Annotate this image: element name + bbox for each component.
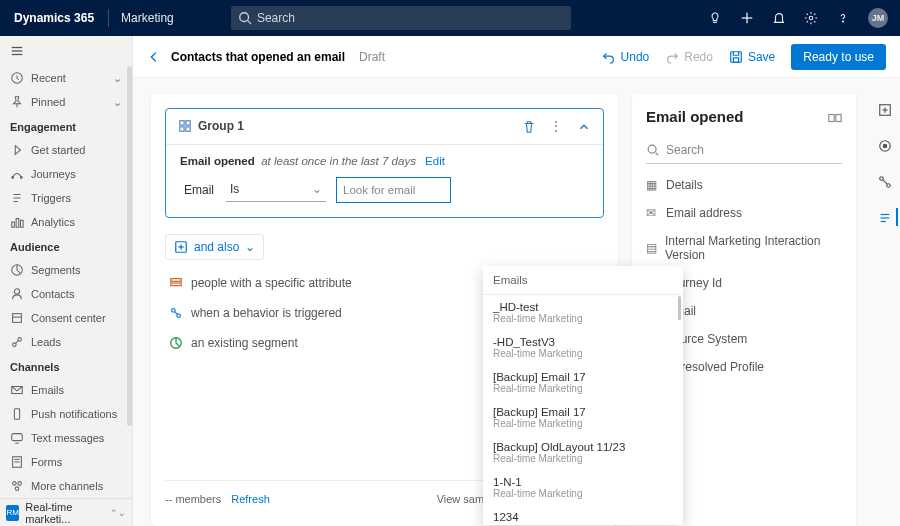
sidebar-item-label: Emails xyxy=(31,384,122,396)
plus-icon[interactable] xyxy=(740,11,754,26)
edit-condition-link[interactable]: Edit xyxy=(425,155,445,167)
operator-select[interactable]: Is ⌄ xyxy=(226,178,326,202)
sidebar-item[interactable]: Analytics xyxy=(0,210,132,234)
svg-rect-14 xyxy=(12,222,15,227)
undo-button[interactable]: Undo xyxy=(602,50,650,64)
sidebar-item-label: Journeys xyxy=(31,168,122,180)
svg-rect-16 xyxy=(21,220,24,227)
add-icon xyxy=(174,240,188,254)
svg-rect-41 xyxy=(171,278,182,281)
dropdown-item[interactable]: [Backup] Email 17Real-time Marketing xyxy=(483,365,683,400)
chevron-down-icon: ⌄ xyxy=(312,182,322,196)
more-icon[interactable]: ⋮ xyxy=(550,119,563,133)
dropdown-item[interactable]: [Backup] Email 17Real-time Marketing xyxy=(483,400,683,435)
sidebar-item[interactable]: Forms xyxy=(0,450,132,474)
dropdown-item-subtitle: Real-time Marketing xyxy=(493,313,673,328)
attribute-row[interactable]: ▦Details xyxy=(646,178,842,192)
svg-point-29 xyxy=(13,482,17,486)
svg-rect-46 xyxy=(829,115,834,122)
redo-label: Redo xyxy=(684,50,713,64)
sidebar-item[interactable]: More channels xyxy=(0,474,132,498)
dropdown-item[interactable]: -HD_TestV3Real-time Marketing xyxy=(483,330,683,365)
collapse-button[interactable] xyxy=(577,119,591,134)
hamburger-icon[interactable] xyxy=(0,36,132,66)
global-search-input[interactable] xyxy=(231,6,571,30)
sidebar-item-pinned[interactable]: Pinned ⌄ xyxy=(0,90,132,114)
sidebar-item[interactable]: Get started xyxy=(0,138,132,162)
svg-line-1 xyxy=(248,20,252,24)
sidebar-item[interactable]: Consent center xyxy=(0,306,132,330)
back-button[interactable] xyxy=(147,49,161,64)
dropdown-item-subtitle: Real-time Marketing xyxy=(493,348,673,363)
svg-rect-35 xyxy=(186,121,190,125)
sidebar-item[interactable]: Triggers xyxy=(0,186,132,210)
help-icon[interactable] xyxy=(836,11,850,26)
sidebar-scrollbar[interactable] xyxy=(127,66,132,426)
panel-search-placeholder: Search xyxy=(666,143,704,157)
sidebar-item-recent[interactable]: Recent ⌄ xyxy=(0,66,132,90)
sidebar-item-label: Triggers xyxy=(31,192,122,204)
rail-target-icon[interactable] xyxy=(878,136,892,154)
sidebar-item[interactable]: Text messages xyxy=(0,426,132,450)
bell-icon[interactable] xyxy=(772,11,786,26)
panel-search-input[interactable]: Search xyxy=(646,139,842,164)
svg-rect-36 xyxy=(180,127,184,131)
members-count: -- members xyxy=(165,493,221,505)
operator-value: Is xyxy=(230,182,239,196)
sidebar-item[interactable]: Emails xyxy=(0,378,132,402)
attribute-row[interactable]: ✉Email address xyxy=(646,206,842,220)
save-label: Save xyxy=(748,50,775,64)
dropdown-item-subtitle: Real-time Marketing xyxy=(493,453,673,468)
attribute-icon: ▦ xyxy=(646,178,658,192)
dropdown-item-title: 1-N-1 xyxy=(493,476,673,488)
svg-rect-19 xyxy=(13,314,22,323)
brand-label: Dynamics 365 xyxy=(0,11,108,25)
refresh-link[interactable]: Refresh xyxy=(231,493,270,505)
dropdown-item-title: _HD-test xyxy=(493,301,673,313)
email-lookup-input[interactable]: Look for email xyxy=(336,177,451,203)
attribute-label: Internal Marketing Interaction Version xyxy=(665,234,842,262)
sidebar-item[interactable]: Contacts xyxy=(0,282,132,306)
svg-rect-25 xyxy=(12,434,23,441)
dropdown-scrollbar[interactable] xyxy=(678,296,681,320)
svg-rect-42 xyxy=(171,283,182,286)
sidebar-item[interactable]: Segments xyxy=(0,258,132,282)
lightbulb-icon[interactable] xyxy=(708,11,722,26)
redo-button[interactable]: Redo xyxy=(665,50,713,64)
sidebar-area-switcher[interactable]: RM Real-time marketi... ⌃⌄ xyxy=(0,498,132,526)
sidebar-item-label: More channels xyxy=(31,480,122,492)
rail-flow-icon[interactable] xyxy=(878,172,892,190)
dropdown-item-subtitle: Real-time Marketing xyxy=(493,418,673,433)
attribute-row[interactable]: ▤Internal Marketing Interaction Version xyxy=(646,234,842,262)
attribute-icon: ▤ xyxy=(646,241,657,255)
dropdown-heading: Emails xyxy=(483,266,683,295)
email-lookup-dropdown: Emails _HD-testReal-time Marketing-HD_Te… xyxy=(483,266,683,525)
rail-list-icon[interactable] xyxy=(878,208,898,226)
sidebar-item-label: Analytics xyxy=(31,216,122,228)
dropdown-item[interactable]: [Backup] OldLayout 11/23Real-time Market… xyxy=(483,435,683,470)
dropdown-item[interactable]: 1234 xyxy=(483,505,683,525)
panel-mode-icon[interactable] xyxy=(828,108,842,125)
svg-point-6 xyxy=(842,21,843,22)
dropdown-item[interactable]: _HD-testReal-time Marketing xyxy=(483,295,683,330)
ready-to-use-button[interactable]: Ready to use xyxy=(791,44,886,70)
sidebar-section-heading: Engagement xyxy=(0,114,132,138)
rail-add-icon[interactable] xyxy=(878,100,892,118)
gear-icon[interactable] xyxy=(804,11,818,26)
svg-rect-23 xyxy=(14,409,19,420)
sidebar-section-heading: Audience xyxy=(0,234,132,258)
and-also-button[interactable]: and also ⌄ xyxy=(165,234,264,260)
sidebar-item[interactable]: Journeys xyxy=(0,162,132,186)
attribute-icon xyxy=(169,276,183,290)
svg-point-44 xyxy=(177,314,181,318)
delete-group-button[interactable] xyxy=(522,119,536,134)
sidebar-item[interactable]: Push notifications xyxy=(0,402,132,426)
svg-rect-37 xyxy=(186,127,190,131)
dropdown-item[interactable]: 1-N-1Real-time Marketing xyxy=(483,470,683,505)
sidebar-section-heading: Channels xyxy=(0,354,132,378)
svg-point-54 xyxy=(883,144,887,148)
save-button[interactable]: Save xyxy=(729,50,775,64)
block-label: when a behavior is triggered xyxy=(191,306,342,320)
sidebar-item[interactable]: Leads xyxy=(0,330,132,354)
avatar[interactable]: JM xyxy=(868,8,888,28)
